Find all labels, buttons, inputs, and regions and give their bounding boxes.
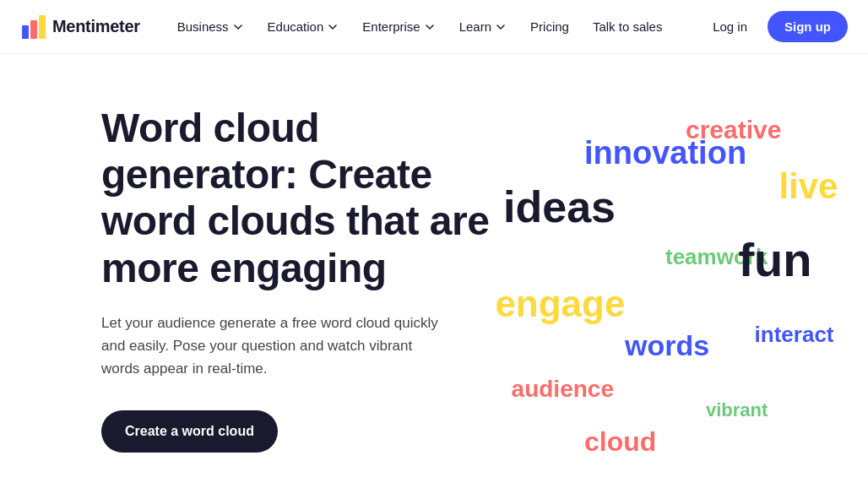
signup-button[interactable]: Sign up xyxy=(768,11,848,42)
hero-content: Word cloud generator: Create word clouds… xyxy=(101,105,524,453)
navigation: Mentimeter Business Education Enterprise… xyxy=(0,0,868,54)
word-cloud: innovationideascreativeteamworkengagewor… xyxy=(463,96,868,485)
chevron-down-icon xyxy=(232,21,244,33)
chevron-down-icon xyxy=(327,21,339,33)
login-button[interactable]: Log in xyxy=(699,13,761,41)
logo-icon xyxy=(20,14,47,41)
svg-rect-1 xyxy=(30,20,37,39)
create-word-cloud-button[interactable]: Create a word cloud xyxy=(101,410,278,453)
word-cloud-word: fun xyxy=(738,232,811,287)
word-cloud-word: live xyxy=(778,166,838,207)
hero-title: Word cloud generator: Create word clouds… xyxy=(101,105,524,291)
logo-link[interactable]: Mentimeter xyxy=(20,14,140,41)
hero-section: Word cloud generator: Create word clouds… xyxy=(0,54,868,488)
word-cloud-word: audience xyxy=(512,376,614,403)
nav-item-business[interactable]: Business xyxy=(167,13,254,41)
word-cloud-word: words xyxy=(625,329,709,362)
nav-item-talk-to-sales[interactable]: Talk to sales xyxy=(583,13,673,41)
svg-rect-2 xyxy=(39,15,46,39)
nav-item-pricing[interactable]: Pricing xyxy=(520,13,579,41)
hero-visual: innovationideascreativeteamworkengagewor… xyxy=(463,96,868,485)
nav-item-learn[interactable]: Learn xyxy=(449,13,517,41)
nav-links: Business Education Enterprise Learn Pric… xyxy=(167,13,699,41)
nav-item-enterprise[interactable]: Enterprise xyxy=(352,13,445,41)
word-cloud-word: vibrant xyxy=(706,399,768,421)
chevron-down-icon xyxy=(424,21,436,33)
word-cloud-word: cloud xyxy=(584,426,656,458)
nav-actions: Log in Sign up xyxy=(699,11,848,42)
svg-rect-0 xyxy=(22,25,29,39)
logo-text: Mentimeter xyxy=(52,17,140,36)
nav-item-education[interactable]: Education xyxy=(258,13,350,41)
hero-description: Let your audience generate a free word c… xyxy=(101,312,439,381)
word-cloud-word: creative xyxy=(686,116,781,144)
chevron-down-icon xyxy=(495,21,507,33)
word-cloud-word: interact xyxy=(755,322,834,348)
